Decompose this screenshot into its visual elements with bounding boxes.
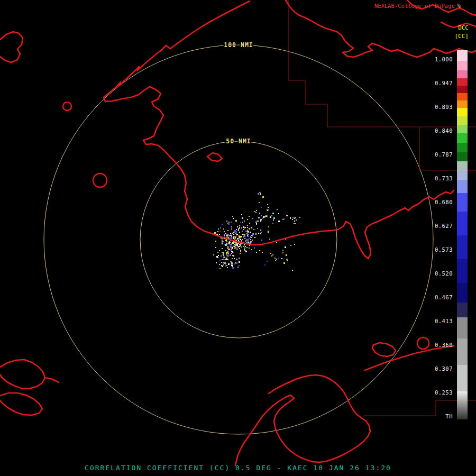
radar-echo <box>247 219 248 220</box>
radar-echo <box>233 234 234 235</box>
radar-echo <box>213 254 214 255</box>
radar-echo <box>234 232 235 233</box>
radar-echo <box>222 252 223 253</box>
radar-echo <box>246 247 248 248</box>
colorbar-segment <box>457 391 468 419</box>
radar-echo <box>290 217 291 218</box>
radar-echo <box>217 257 218 258</box>
radar-echo <box>225 259 227 260</box>
colorbar <box>457 50 468 419</box>
radar-echo <box>244 221 245 222</box>
radar-echo <box>235 233 236 234</box>
colorbar-segment <box>457 86 468 93</box>
radar-echo <box>273 219 274 221</box>
radar-echo <box>249 223 250 224</box>
radar-echo <box>234 258 235 259</box>
radar-echo <box>226 254 227 255</box>
radar-echo <box>247 234 249 235</box>
radar-echo <box>270 216 271 218</box>
radar-echo <box>227 246 228 247</box>
radar-echo <box>228 223 230 225</box>
radar-echo <box>240 245 241 246</box>
radar-echo <box>277 209 278 210</box>
radar-echo <box>273 217 275 219</box>
radar-echo <box>294 244 295 245</box>
radar-echo <box>222 243 223 244</box>
radar-echo <box>219 231 221 232</box>
radar-echo <box>262 196 264 198</box>
island-outline <box>63 102 71 111</box>
radar-echo <box>246 240 248 241</box>
radar-echo <box>232 251 233 252</box>
radar-echo <box>237 246 239 248</box>
radar-echo <box>232 266 233 267</box>
radar-echo <box>220 227 221 228</box>
radar-echo <box>290 245 291 246</box>
radar-echo <box>224 234 225 235</box>
radar-echo <box>219 234 220 235</box>
radar-echo <box>223 252 224 253</box>
radar-echo <box>235 237 236 239</box>
colorbar-segment <box>457 170 468 180</box>
radar-echo <box>226 265 227 266</box>
radar-echo <box>232 216 233 217</box>
radar-echo <box>296 219 297 221</box>
radar-echo <box>257 228 258 229</box>
radar-echo <box>235 220 237 222</box>
coastline <box>0 32 23 62</box>
radar-echo <box>256 252 257 253</box>
island-outline <box>93 173 107 187</box>
radar-echo <box>224 262 226 264</box>
colorbar-segment <box>457 152 468 161</box>
radar-echo <box>239 227 240 228</box>
radar-echo <box>248 240 249 241</box>
radar-echo <box>244 234 245 235</box>
radar-echo <box>243 246 244 247</box>
radar-echo <box>250 239 251 240</box>
radar-echo <box>267 215 268 216</box>
radar-echo <box>254 237 255 238</box>
radar-echo <box>223 259 224 260</box>
colorbar-segment <box>457 365 468 391</box>
radar-echo <box>235 243 236 244</box>
radar-echo <box>222 266 223 267</box>
radar-echo <box>230 254 231 256</box>
radar-echo <box>258 217 260 218</box>
radar-echo <box>268 231 269 232</box>
radar-echo <box>229 241 230 242</box>
radar-echo <box>223 262 224 263</box>
radar-echo <box>248 232 249 233</box>
radar-echo <box>227 248 228 249</box>
radar-echo <box>235 244 236 245</box>
radar-echo <box>268 209 269 210</box>
radar-echo <box>261 232 262 233</box>
radar-echo <box>214 232 216 234</box>
radar-echo <box>231 228 232 230</box>
radar-echo <box>255 222 257 223</box>
colorbar-segment <box>457 317 468 338</box>
radar-echo <box>229 243 230 244</box>
radar-echo <box>260 230 261 231</box>
radar-echo <box>278 258 279 259</box>
radar-echo <box>240 222 241 223</box>
radar-echo <box>239 261 240 263</box>
radar-echo <box>244 249 245 250</box>
radar-echo <box>226 221 227 222</box>
radar-echo <box>245 251 247 252</box>
radar-echo <box>239 258 240 259</box>
radar-echo <box>219 260 221 261</box>
radar-echo <box>283 218 285 219</box>
coastline <box>235 375 370 465</box>
colorbar-segment <box>457 108 468 116</box>
coastline <box>372 343 396 356</box>
radar-echo <box>231 226 232 227</box>
radar-echo <box>216 262 217 263</box>
radar-echo <box>239 246 240 247</box>
radar-echo <box>246 242 248 243</box>
radar-echo <box>241 240 242 241</box>
radar-echo <box>234 239 235 240</box>
radar-echo <box>252 240 253 241</box>
radar-echo <box>241 227 242 228</box>
radar-echo <box>231 246 232 248</box>
colorbar-segment <box>457 78 468 86</box>
